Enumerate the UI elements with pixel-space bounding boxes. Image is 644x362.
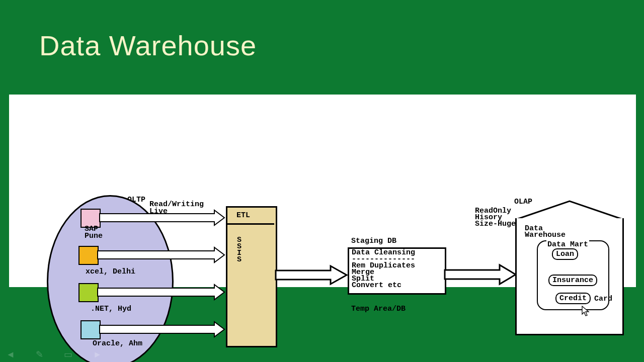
source-oracle bbox=[80, 320, 101, 339]
staging-body: Data Cleansing -------------- Rem Duplic… bbox=[352, 249, 415, 289]
arrow-net-etl bbox=[97, 284, 226, 301]
olap-note: ReadOnly Hisory Size-Huge bbox=[475, 208, 516, 227]
mart-insurance: Insurance bbox=[548, 275, 597, 286]
arrow-xcel-etl bbox=[97, 246, 226, 263]
mart-credit-overflow: Card bbox=[594, 295, 612, 303]
page-title: Data Warehouse bbox=[39, 29, 257, 62]
cursor-icon bbox=[582, 306, 591, 317]
diagram-canvas: OLTP Read/Writing Live SAP Pune xcel, De… bbox=[9, 95, 636, 287]
source-sap-label: SAP Pune bbox=[85, 226, 103, 240]
source-net bbox=[78, 283, 99, 302]
source-xcel bbox=[78, 246, 99, 265]
arrow-sap-etl bbox=[99, 209, 226, 226]
arrow-staging-dw bbox=[443, 263, 518, 286]
etl-body: S S I S bbox=[237, 237, 242, 263]
warehouse-roof-icon bbox=[515, 199, 624, 220]
staging-header: Staging DB bbox=[351, 237, 396, 245]
etl-separator bbox=[226, 223, 274, 225]
source-xcel-label: xcel, Delhi bbox=[86, 267, 135, 276]
dw-label: Data Warehouse bbox=[525, 225, 566, 238]
source-net-label: .NET, Hyd bbox=[91, 305, 131, 313]
mart-credit: Credit bbox=[555, 293, 591, 304]
data-mart-label: Data Mart bbox=[546, 240, 589, 249]
source-oracle-label: Oracle, Ahm bbox=[93, 339, 142, 348]
slide: Data Warehouse OLTP Read/Writing Live SA… bbox=[0, 0, 644, 362]
arrow-etl-staging bbox=[274, 264, 349, 286]
staging-footer: Temp Area/DB bbox=[351, 305, 406, 313]
arrow-oracle-etl bbox=[99, 321, 226, 338]
slide-nav-hints[interactable]: ◄ ✎ ▭ ► bbox=[6, 349, 111, 360]
mart-loan: Loan bbox=[552, 248, 578, 260]
etl-box bbox=[226, 206, 277, 347]
etl-header: ETL bbox=[236, 211, 250, 220]
